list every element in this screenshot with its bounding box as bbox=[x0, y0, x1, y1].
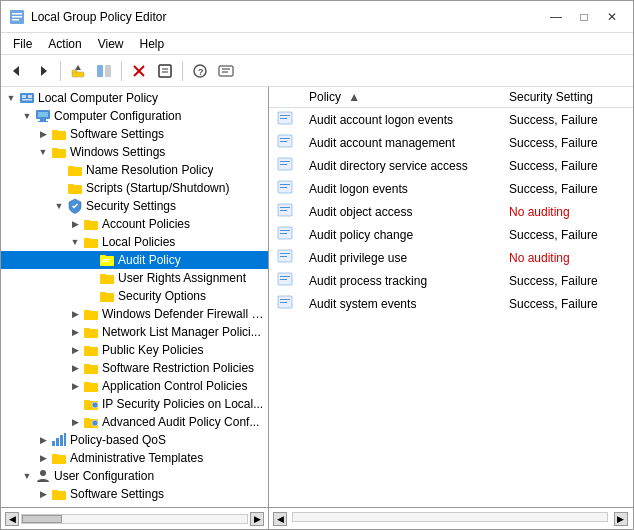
svg-rect-28 bbox=[38, 121, 48, 122]
svg-rect-24 bbox=[22, 99, 32, 101]
svg-rect-67 bbox=[60, 435, 63, 446]
ss-icon bbox=[51, 126, 67, 142]
svg-point-64 bbox=[92, 420, 98, 426]
tree-panel[interactable]: ▼ Local Computer Policy ▼ bbox=[1, 87, 269, 507]
tree-item-network-list[interactable]: ▶ Network List Manager Polici... bbox=[1, 323, 268, 341]
tree-item-name-resolution[interactable]: ▶ Name Resolution Policy bbox=[1, 161, 268, 179]
auditpol-label: Audit Policy bbox=[118, 253, 181, 267]
menu-file[interactable]: File bbox=[5, 34, 40, 54]
tree-item-applocker[interactable]: ▶ Application Control Policies bbox=[1, 377, 268, 395]
menu-view[interactable]: View bbox=[90, 34, 132, 54]
tree-item-admin-templates[interactable]: ▶ Administrative Templates bbox=[1, 449, 268, 467]
svg-rect-44 bbox=[102, 261, 108, 262]
svg-rect-10 bbox=[105, 65, 111, 77]
ss2-icon bbox=[51, 486, 67, 502]
secsett-label: Security Settings bbox=[86, 199, 176, 213]
nl-expander[interactable]: ▶ bbox=[67, 324, 83, 340]
export-button[interactable] bbox=[214, 59, 238, 83]
maximize-button[interactable]: □ bbox=[571, 7, 597, 27]
close-button[interactable]: ✕ bbox=[599, 7, 625, 27]
uc-expander[interactable]: ▼ bbox=[19, 468, 35, 484]
table-row[interactable]: Audit account logon eventsSuccess, Failu… bbox=[269, 108, 633, 132]
root-expander[interactable]: ▼ bbox=[3, 90, 19, 106]
ss-expander[interactable]: ▶ bbox=[35, 126, 51, 142]
svg-rect-29 bbox=[52, 131, 66, 140]
fw-label: Windows Defender Firewall w... bbox=[102, 307, 264, 321]
scroll-left-button[interactable]: ◀ bbox=[5, 512, 19, 526]
table-row[interactable]: Audit logon eventsSuccess, Failure bbox=[269, 177, 633, 200]
show-hide-button[interactable] bbox=[92, 59, 116, 83]
policy-column-header[interactable]: Policy ▲ bbox=[301, 87, 501, 108]
tree-item-audit-policy[interactable]: Audit Policy bbox=[1, 251, 268, 269]
back-button[interactable] bbox=[5, 59, 29, 83]
svg-rect-78 bbox=[280, 138, 290, 139]
at-expander[interactable]: ▶ bbox=[35, 450, 51, 466]
nl-icon bbox=[83, 324, 99, 340]
svg-marker-4 bbox=[13, 66, 19, 76]
menu-action[interactable]: Action bbox=[40, 34, 89, 54]
lp-expander[interactable]: ▼ bbox=[67, 234, 83, 250]
pk-expander[interactable]: ▶ bbox=[67, 342, 83, 358]
ap-expander[interactable]: ▶ bbox=[67, 216, 83, 232]
delete-button[interactable] bbox=[127, 59, 151, 83]
tree-item-windows-settings[interactable]: ▼ Windows Settings bbox=[1, 143, 268, 161]
tree-item-computer-config[interactable]: ▼ Computer Configuration bbox=[1, 107, 268, 125]
secsett-expander[interactable]: ▼ bbox=[51, 198, 67, 214]
tree-item-user-rights[interactable]: User Rights Assignment bbox=[1, 269, 268, 287]
window-title: Local Group Policy Editor bbox=[31, 10, 166, 24]
tree-item-security-options[interactable]: Security Options bbox=[1, 287, 268, 305]
row-policy: Audit directory service access bbox=[301, 154, 501, 177]
table-row[interactable]: Audit system eventsSuccess, Failure bbox=[269, 292, 633, 315]
tree-item-software-restriction[interactable]: ▶ Software Restriction Policies bbox=[1, 359, 268, 377]
table-row[interactable]: Audit directory service accessSuccess, F… bbox=[269, 154, 633, 177]
table-row[interactable]: Audit privilege useNo auditing bbox=[269, 246, 633, 269]
scroll-right3-button[interactable]: ▶ bbox=[614, 512, 628, 526]
tree-item-security-settings[interactable]: ▼ Security Settings bbox=[1, 197, 268, 215]
tree-item-firewall[interactable]: ▶ Windows Defender Firewall w... bbox=[1, 305, 268, 323]
ws-expander[interactable]: ▼ bbox=[35, 144, 51, 160]
table-row[interactable]: Audit account managementSuccess, Failure bbox=[269, 131, 633, 154]
table-row[interactable]: Audit policy changeSuccess, Failure bbox=[269, 223, 633, 246]
svg-rect-32 bbox=[52, 148, 58, 150]
properties-button[interactable] bbox=[153, 59, 177, 83]
tree-item-scripts[interactable]: Scripts (Startup/Shutdown) bbox=[1, 179, 268, 197]
aa-icon bbox=[83, 414, 99, 430]
tree-item-advanced-audit[interactable]: ▶ Advanced Audit Policy Conf... bbox=[1, 413, 268, 431]
pk-icon bbox=[83, 342, 99, 358]
ac-expander[interactable]: ▶ bbox=[67, 378, 83, 394]
scroll-right-button[interactable]: ▶ bbox=[250, 512, 264, 526]
tree-item-root[interactable]: ▼ Local Computer Policy bbox=[1, 89, 268, 107]
menu-help[interactable]: Help bbox=[132, 34, 173, 54]
svg-rect-96 bbox=[280, 276, 290, 277]
minimize-button[interactable]: — bbox=[543, 7, 569, 27]
table-row[interactable]: Audit object accessNo auditing bbox=[269, 200, 633, 223]
up-button[interactable] bbox=[66, 59, 90, 83]
forward-button[interactable] bbox=[31, 59, 55, 83]
table-row[interactable]: Audit process trackingSuccess, Failure bbox=[269, 269, 633, 292]
fw-icon bbox=[83, 306, 99, 322]
pq-expander[interactable]: ▶ bbox=[35, 432, 51, 448]
tree-item-public-key[interactable]: ▶ Public Key Policies bbox=[1, 341, 268, 359]
tree-item-software-settings[interactable]: ▶ Software Settings bbox=[1, 125, 268, 143]
tree-item-ip-security[interactable]: IP Security Policies on Local... bbox=[1, 395, 268, 413]
svg-marker-8 bbox=[75, 65, 81, 70]
root-icon bbox=[19, 90, 35, 106]
pk-label: Public Key Policies bbox=[102, 343, 203, 357]
scroll-right2-button[interactable]: ◀ bbox=[273, 512, 287, 526]
tree-item-user-config[interactable]: ▼ User Configuration bbox=[1, 467, 268, 485]
sr-expander[interactable]: ▶ bbox=[67, 360, 83, 376]
aa-expander[interactable]: ▶ bbox=[67, 414, 83, 430]
setting-column-header[interactable]: Security Setting bbox=[501, 87, 633, 108]
fw-expander[interactable]: ▶ bbox=[67, 306, 83, 322]
cc-expander[interactable]: ▼ bbox=[19, 108, 35, 124]
toolbar: ? bbox=[1, 55, 633, 87]
tree-item-policy-qos[interactable]: ▶ Policy-based QoS bbox=[1, 431, 268, 449]
tree-item-software-settings2[interactable]: ▶ Software Settings bbox=[1, 485, 268, 503]
row-icon-cell bbox=[269, 154, 301, 177]
help-button[interactable]: ? bbox=[188, 59, 212, 83]
detail-panel[interactable]: Policy ▲ Security Setting Audit account … bbox=[269, 87, 633, 507]
svg-rect-76 bbox=[280, 118, 287, 119]
ss2-expander[interactable]: ▶ bbox=[35, 486, 51, 502]
tree-item-account-policies[interactable]: ▶ Account Policies bbox=[1, 215, 268, 233]
tree-item-local-policies[interactable]: ▼ Local Policies bbox=[1, 233, 268, 251]
